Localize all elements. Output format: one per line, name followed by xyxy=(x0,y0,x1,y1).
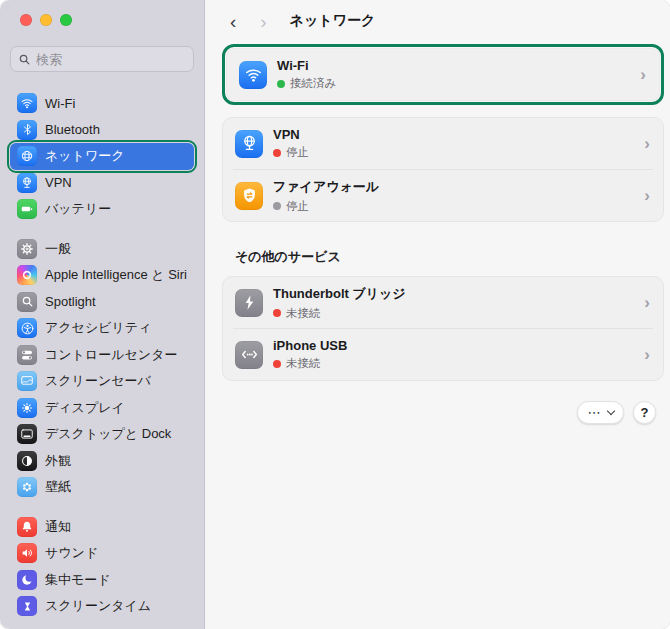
wallpaper-flower-icon xyxy=(17,477,37,497)
wifi-row[interactable]: Wi-Fi 接続済み › xyxy=(227,49,659,100)
row-title: VPN xyxy=(273,127,309,142)
sidebar-item-screen-time[interactable]: スクリーンタイム xyxy=(10,593,194,620)
wifi-icon xyxy=(239,61,267,89)
sidebar-item-label: バッテリー xyxy=(45,200,111,218)
thunderbolt-icon xyxy=(235,289,263,317)
toggles-icon xyxy=(17,345,37,365)
chevron-right-icon: › xyxy=(644,294,650,311)
row-title: iPhone USB xyxy=(273,338,347,353)
back-button[interactable]: ‹ xyxy=(230,12,236,31)
help-button[interactable]: ? xyxy=(633,401,656,424)
close-button[interactable] xyxy=(20,14,32,26)
status-dot-green xyxy=(277,80,285,88)
sidebar-item-wallpaper[interactable]: 壁紙 xyxy=(10,474,194,501)
sidebar-item-label: スクリーンセーバ xyxy=(45,372,151,390)
help-label: ? xyxy=(641,405,649,420)
gear-icon xyxy=(17,239,37,259)
sidebar-item-appearance[interactable]: 外観 xyxy=(10,448,194,475)
page-title: ネットワーク xyxy=(290,12,376,30)
usb-brackets-icon xyxy=(235,341,263,369)
more-options-button[interactable]: ⋯ xyxy=(577,401,624,424)
wifi-icon xyxy=(17,93,37,113)
sidebar-item-vpn[interactable]: VPN xyxy=(10,170,194,197)
iphone-usb-row[interactable]: iPhone USB 未接続 › xyxy=(223,329,663,380)
sidebar-item-accessibility[interactable]: アクセシビリティ xyxy=(10,315,194,342)
sidebar-item-label: サウンド xyxy=(45,544,98,562)
other-services-card: Thunderbolt ブリッジ 未接続 › iPhone USB 未接続 › xyxy=(222,276,664,381)
sidebar-item-label: ディスプレイ xyxy=(45,399,125,417)
chevron-right-icon: › xyxy=(644,346,650,363)
network-pane: ‹ › ネットワーク Wi-Fi 接続済み › xyxy=(205,0,670,629)
vpn-firewall-card: VPN 停止 › ファイアウォール 停止 › xyxy=(222,117,664,222)
search-field[interactable] xyxy=(10,46,194,72)
sidebar-item-label: 集中モード xyxy=(45,571,111,589)
chevron-right-icon: › xyxy=(644,135,650,152)
sidebar-item-label: Wi-Fi xyxy=(45,96,75,111)
chevron-right-icon: › xyxy=(644,187,650,204)
search-input[interactable] xyxy=(36,52,186,67)
sidebar-item-focus[interactable]: 集中モード xyxy=(10,567,194,594)
maximize-button[interactable] xyxy=(60,14,72,26)
forward-button[interactable]: › xyxy=(260,12,266,31)
traffic-lights xyxy=(10,0,194,26)
sun-display-icon xyxy=(17,398,37,418)
sidebar-item-control-center[interactable]: コントロールセンター xyxy=(10,342,194,369)
status-text: 未接続 xyxy=(286,306,321,321)
bluetooth-icon xyxy=(17,120,37,140)
firewall-shield-icon xyxy=(235,182,263,210)
vpn-row[interactable]: VPN 停止 › xyxy=(223,118,663,169)
sidebar-item-bluetooth[interactable]: Bluetooth xyxy=(10,117,194,144)
bell-icon xyxy=(17,517,37,537)
status-dot-gray xyxy=(273,202,281,210)
status-dot-red xyxy=(273,149,281,157)
sidebar-item-wifi[interactable]: Wi-Fi xyxy=(10,90,194,117)
sidebar-item-label: コントロールセンター xyxy=(45,346,177,364)
speaker-icon xyxy=(17,543,37,563)
row-title: Wi-Fi xyxy=(277,58,336,73)
pane-footer: ⋯ ? xyxy=(222,401,664,424)
sidebar-item-network[interactable]: ネットワーク xyxy=(10,143,194,170)
status-text: 停止 xyxy=(286,145,309,160)
sidebar-item-notifications[interactable]: 通知 xyxy=(10,514,194,541)
sidebar-item-label: 通知 xyxy=(45,518,71,536)
thunderbolt-bridge-row[interactable]: Thunderbolt ブリッジ 未接続 › xyxy=(223,277,663,328)
annotation-box-wifi: Wi-Fi 接続済み › xyxy=(222,44,664,105)
sidebar-item-label: 外観 xyxy=(45,452,71,470)
sidebar-item-label: Apple Intelligence と Siri xyxy=(45,266,187,284)
sidebar-item-general[interactable]: 一般 xyxy=(10,236,194,263)
sidebar-item-screensaver[interactable]: スクリーンセーバ xyxy=(10,368,194,395)
screensaver-icon xyxy=(17,371,37,391)
sidebar-item-label: スクリーンタイム xyxy=(45,597,151,615)
ellipsis-icon: ⋯ xyxy=(588,406,602,419)
minimize-button[interactable] xyxy=(40,14,52,26)
chevron-down-icon xyxy=(606,407,614,415)
sidebar-item-apple-intelligence-siri[interactable]: Apple Intelligence と Siri xyxy=(10,262,194,289)
chevron-right-icon: › xyxy=(640,66,646,83)
status-text: 未接続 xyxy=(286,356,321,371)
status-dot-red xyxy=(273,360,281,368)
row-title: ファイアウォール xyxy=(273,178,379,196)
vpn-globe-icon xyxy=(17,173,37,193)
sidebar-item-label: Bluetooth xyxy=(45,122,100,137)
status-dot-red xyxy=(273,309,281,317)
moon-icon xyxy=(17,570,37,590)
sidebar-item-label: アクセシビリティ xyxy=(45,319,151,337)
sidebar-item-desktop-dock[interactable]: デスクトップと Dock xyxy=(10,421,194,448)
row-title: Thunderbolt ブリッジ xyxy=(273,285,406,303)
appearance-icon xyxy=(17,451,37,471)
sidebar-item-spotlight[interactable]: Spotlight xyxy=(10,289,194,316)
sidebar-item-battery[interactable]: バッテリー xyxy=(10,196,194,223)
sidebar: Wi-Fi Bluetooth ネットワーク xyxy=(0,0,205,629)
sidebar-item-label: デスクトップと Dock xyxy=(45,425,171,443)
status-text: 接続済み xyxy=(290,76,336,91)
search-icon xyxy=(18,53,31,66)
sidebar-item-label: VPN xyxy=(45,175,72,190)
sidebar-item-label: Spotlight xyxy=(45,294,96,309)
magnifier-icon xyxy=(17,292,37,312)
globe-icon xyxy=(17,146,37,166)
system-settings-window: Wi-Fi Bluetooth ネットワーク xyxy=(0,0,670,629)
sidebar-item-displays[interactable]: ディスプレイ xyxy=(10,395,194,422)
firewall-row[interactable]: ファイアウォール 停止 › xyxy=(223,170,663,221)
vpn-globe-icon xyxy=(235,130,263,158)
sidebar-item-sound[interactable]: サウンド xyxy=(10,540,194,567)
